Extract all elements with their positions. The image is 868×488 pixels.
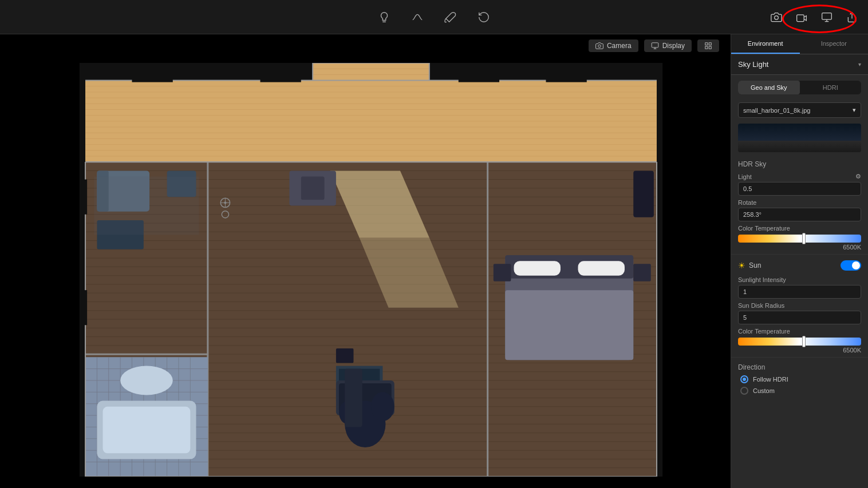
svg-rect-2 [822,13,832,20]
sun-disk-radius-label: Sun Disk Radius [738,302,861,309]
svg-rect-91 [633,170,654,217]
sub-toolbar-right: Camera Display [589,39,719,52]
divider-2 [731,357,868,358]
svg-rect-7 [709,43,711,45]
sun-color-temp-slider[interactable] [738,338,861,346]
panel-header-tabs: Environment Inspector [731,34,868,54]
direction-label: Direction [731,360,868,374]
sunlight-intensity-label: Sunlight Intensity [738,276,861,283]
chevron-down-icon: ▾ [858,61,861,68]
viewport[interactable]: Camera Display [0,34,731,488]
tab-inspector[interactable]: Inspector [800,34,869,54]
top-toolbar [0,0,868,34]
right-panel: Environment Inspector Sky Light ▾ Geo an… [731,34,868,488]
radio-custom[interactable]: Custom [731,385,868,396]
svg-rect-90 [633,264,651,281]
dropdown-arrow-icon: ▾ [853,106,856,114]
radio-follow-hdri-circle[interactable] [740,375,748,383]
svg-rect-131 [261,80,301,82]
color-temp-1-label: Color Temperature [738,225,861,232]
svg-point-113 [120,366,173,395]
svg-point-0 [775,16,779,20]
hdri-ground [738,141,861,152]
sun-label: ☀ Sun [738,261,761,270]
radio-follow-hdri[interactable]: Follow HDRI [731,374,868,385]
radio-custom-circle[interactable] [740,387,748,395]
sun-disk-radius-prop-row: Sun Disk Radius [731,300,868,326]
light-value-input[interactable] [738,182,861,196]
camera-sub-button[interactable]: Camera [589,39,638,52]
sunlight-intensity-input[interactable] [738,285,861,299]
svg-rect-132 [459,80,499,82]
svg-rect-133 [546,80,586,82]
sun-row: ☀ Sun [731,257,868,274]
hdri-dropdown-row: small_harbor_01_8k.jpg ▾ [731,100,868,120]
toolbar-right [765,0,868,34]
sun-icon: ☀ [738,261,745,270]
sky-tab-geo[interactable]: Geo and Sky [738,81,800,94]
video-button[interactable] [790,6,813,29]
svg-rect-119 [345,369,362,427]
sun-color-temp-value-row: 6500K [731,346,868,355]
sun-toggle-thumb [852,261,860,269]
sun-color-temp-prop-row: Color Temperature [731,326,868,338]
sun-color-temp-label: Color Temperature [738,328,861,335]
sun-color-temp-thumb[interactable] [802,336,806,347]
radio-follow-hdri-dot [743,378,746,381]
monitor-button[interactable] [815,6,838,29]
color-temp-1-slider[interactable] [738,235,861,243]
main-content: Camera Display [0,34,868,488]
light-label: Light ⚙ [738,173,861,180]
hdr-sky-label: HDR Sky [731,156,868,170]
sky-tab-hdri[interactable]: HDRI [800,81,862,94]
sky-light-title: Sky Light [738,60,768,69]
svg-rect-88 [505,290,633,360]
display-button[interactable]: Display [644,39,692,52]
rotate-label: Rotate [738,199,861,206]
sub-toolbar: Camera Display [0,34,731,57]
svg-rect-71 [94,177,199,235]
light-adjust-icon[interactable]: ⚙ [855,173,861,180]
radio-follow-hdri-label: Follow HDRI [753,376,788,383]
svg-rect-9 [709,46,711,49]
sunlight-intensity-prop-row: Sunlight Intensity [731,274,868,300]
svg-rect-80 [301,177,325,200]
reset-icon[interactable] [476,9,492,25]
hdri-sky [738,124,861,141]
camera-button[interactable] [765,6,788,29]
share-button[interactable] [841,6,863,29]
color-temp-1-value-row: 6500K [731,243,868,252]
color-temp-1-thumb[interactable] [802,233,806,244]
radio-custom-label: Custom [753,387,775,394]
svg-rect-86 [514,261,560,275]
hdri-file-dropdown[interactable]: small_harbor_01_8k.jpg ▾ [738,102,861,118]
sun-disk-radius-input[interactable] [738,311,861,324]
hdri-preview [738,124,861,152]
tab-environment[interactable]: Environment [731,34,800,54]
svg-point-4 [598,45,601,47]
light-bulb-icon[interactable] [376,9,392,25]
floorplan-view [23,63,719,477]
sky-light-section-header[interactable]: Sky Light ▾ [731,54,868,75]
svg-rect-87 [578,261,625,275]
svg-rect-130 [132,80,172,82]
toolbar-center [376,9,492,25]
paint-brush-icon[interactable] [443,9,459,25]
svg-rect-83 [336,348,354,363]
svg-point-117 [371,392,394,421]
svg-rect-112 [103,407,191,453]
scene-layout-button[interactable] [697,39,719,52]
sky-type-tabs: Geo and Sky HDRI [738,81,861,94]
svg-rect-89 [494,264,511,281]
sun-toggle[interactable] [841,260,861,271]
svg-rect-5 [652,43,658,47]
svg-rect-8 [705,46,708,49]
rotate-value-input[interactable] [738,208,861,221]
color-temp-1-prop-row: Color Temperature [731,223,868,235]
svg-rect-6 [705,43,708,45]
curve-tool-icon[interactable] [409,9,425,25]
sun-color-temp-track[interactable] [738,338,861,346]
color-temp-1-track[interactable] [738,235,861,243]
rotate-prop-row: Rotate [731,197,868,223]
svg-rect-129 [84,180,87,215]
